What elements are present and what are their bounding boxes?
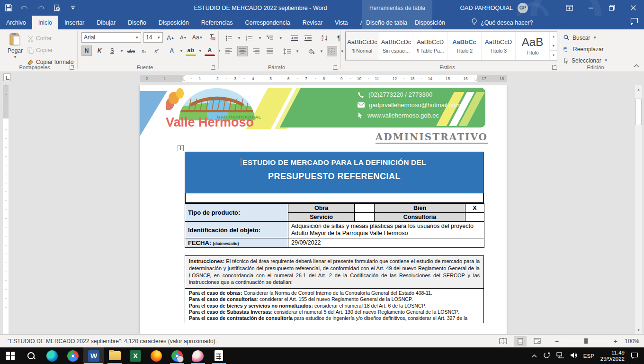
tab-archivo[interactable]: Archivo	[0, 16, 32, 29]
shading-dropdown-icon[interactable]: ▼	[320, 49, 323, 54]
paste-button[interactable]: Pegar ▼	[3, 29, 27, 67]
justify-button[interactable]	[265, 46, 275, 56]
horizontal-ruler[interactable]: 21123456789101112131415161718	[140, 75, 507, 82]
shrink-font-button[interactable]: A▼	[178, 32, 188, 43]
taskbar-chrome-profile[interactable]	[167, 347, 188, 364]
scrollbar-thumb[interactable]	[635, 99, 642, 125]
italic-button[interactable]: K	[94, 46, 105, 56]
right-indent-marker[interactable]	[475, 78, 480, 81]
collapse-ribbon-icon[interactable]	[634, 64, 639, 69]
grow-font-button[interactable]: A▲	[165, 32, 176, 43]
decrease-indent-button[interactable]	[289, 33, 300, 43]
change-case-button[interactable]: Aa▼	[191, 32, 204, 43]
style-table-paragraph[interactable]: AaBbCcD ¶ Table Pa...	[413, 32, 447, 60]
multilevel-dropdown-icon[interactable]: ▼	[279, 36, 283, 40]
taskbar-file-explorer[interactable]	[104, 347, 125, 364]
print-preview-icon[interactable]	[52, 3, 62, 13]
tab-dibujar[interactable]: Dibujar	[90, 16, 122, 29]
highlight-button[interactable]: ab	[186, 46, 196, 56]
servicio-checkbox-cell[interactable]	[355, 213, 375, 222]
styles-dialog-launcher-icon[interactable]	[552, 65, 557, 70]
restore-button[interactable]	[601, 0, 623, 16]
option-consultoria[interactable]: Consultoría	[375, 213, 465, 222]
document-page[interactable]: GAD PARROQUIAL Valle Hermoso (02)2773220…	[140, 85, 507, 334]
ribbon-display-options-icon[interactable]	[559, 0, 580, 16]
first-line-indent-marker[interactable]	[180, 75, 185, 78]
style-sin-espaciado[interactable]: AaBbCcDc Sin espaci...	[379, 32, 413, 60]
option-bien[interactable]: Bien	[375, 204, 465, 213]
language-indicator[interactable]: ESP	[583, 353, 594, 359]
align-right-button[interactable]	[251, 46, 261, 56]
zoom-in-icon[interactable]: +	[614, 337, 617, 345]
feedback-icon[interactable]	[630, 18, 638, 27]
option-servicio[interactable]: Servicio	[288, 213, 355, 222]
bullets-button[interactable]	[224, 33, 234, 43]
taskbar-clock[interactable]: 11:49 29/9/2022	[600, 350, 625, 362]
tell-me-box[interactable]: ¿Qué desea hacer?	[471, 16, 533, 29]
taskbar-word[interactable]: W	[83, 347, 104, 364]
font-size-combo[interactable]: 14▼	[143, 32, 163, 43]
clipboard-dialog-launcher-icon[interactable]	[70, 65, 74, 70]
zoom-slider-thumb[interactable]	[584, 338, 588, 344]
undo-icon[interactable]	[20, 3, 29, 13]
text-effects-button[interactable]: A	[167, 46, 177, 56]
style-titulo-3[interactable]: AaBbCcD Título 3	[482, 32, 516, 60]
zoom-level[interactable]: 100%	[622, 338, 639, 345]
style-normal[interactable]: AaBbCcDc ¶ Normal	[345, 32, 379, 60]
action-center-icon[interactable]	[631, 352, 638, 360]
date-value[interactable]: 29/09/2022	[288, 238, 484, 248]
print-layout-button[interactable]	[514, 336, 527, 346]
onedrive-sync-icon[interactable]	[543, 352, 550, 360]
bien-checkbox-cell[interactable]: X	[465, 204, 484, 213]
scroll-down-icon[interactable]: ▼	[635, 326, 642, 334]
shading-button[interactable]	[306, 46, 316, 56]
numbering-button[interactable]: 123	[244, 33, 255, 43]
select-button[interactable]: Seleccionar▼	[564, 55, 627, 65]
empty-table-row[interactable]	[185, 193, 484, 203]
font-dialog-launcher-icon[interactable]	[211, 65, 215, 70]
consultoria-checkbox-cell[interactable]	[465, 213, 484, 222]
tab-vista[interactable]: Vista	[329, 16, 354, 29]
tab-insertar[interactable]: Insertar	[58, 16, 90, 29]
account-area[interactable]: GAD PARROQUIAL GP	[460, 0, 528, 16]
tab-disposicion[interactable]: Disposición	[152, 16, 195, 29]
instructions-box[interactable]: Instrucciones: El técnico del área requi…	[185, 255, 484, 289]
tab-referencias[interactable]: Referencias	[195, 16, 239, 29]
vertical-ruler[interactable]	[3, 85, 9, 334]
word-count-status[interactable]: "ESTUDIO DE MERCADO 2022 septiembre": 4,…	[8, 338, 217, 345]
tab-diseno[interactable]: Diseño	[122, 16, 152, 29]
replace-button[interactable]: abac Reemplazar	[564, 44, 627, 54]
multilevel-list-button[interactable]	[265, 33, 276, 43]
line-spacing-dropdown-icon[interactable]: ▼	[295, 49, 299, 54]
increase-indent-button[interactable]	[303, 33, 313, 43]
tab-revisar[interactable]: Revisar	[296, 16, 329, 29]
form-title-box[interactable]: ESTUDIO DE MERCADO PARA LA DEFINICIÓN DE…	[185, 152, 484, 193]
tab-inicio[interactable]: Inicio	[32, 16, 58, 29]
strikethrough-button[interactable]: abc	[126, 46, 136, 56]
redo-icon[interactable]	[36, 3, 45, 13]
scroll-up-icon[interactable]: ▲	[635, 85, 642, 93]
volume-icon[interactable]	[570, 352, 577, 359]
highlight-dropdown-icon[interactable]: ▼	[198, 49, 202, 53]
object-value[interactable]: Adquisición de sillas y mesas plásticas …	[288, 222, 484, 238]
avatar[interactable]: GP	[518, 3, 528, 13]
styles-gallery-scrollbar[interactable]: ▲ ▼ ▼	[550, 32, 557, 60]
text-effects-dropdown-icon[interactable]: ▼	[179, 49, 183, 53]
cases-box[interactable]: Para el caso de obras: Considerar la Nor…	[185, 289, 484, 323]
paragraph-dialog-launcher-icon[interactable]	[333, 65, 338, 70]
font-family-combo[interactable]: Arial▼	[81, 32, 141, 43]
save-icon[interactable]	[4, 3, 13, 13]
taskbar-calculator[interactable]	[208, 347, 229, 364]
tab-disposicion-tabla[interactable]: Disposición	[411, 16, 449, 29]
underline-dropdown-icon[interactable]: ▼	[120, 49, 124, 53]
line-spacing-button[interactable]	[282, 46, 292, 56]
font-color-button[interactable]: A	[205, 46, 215, 56]
close-button[interactable]	[623, 0, 644, 16]
zoom-slider[interactable]: − +	[555, 337, 617, 345]
tab-selector[interactable]	[3, 73, 11, 81]
minimize-button[interactable]	[580, 0, 601, 16]
zoom-out-icon[interactable]: −	[555, 337, 559, 345]
start-button[interactable]	[0, 347, 21, 364]
style-titulo-2[interactable]: AaBbCc Título 2	[447, 32, 482, 60]
tab-correspondencia[interactable]: Correspondencia	[239, 16, 296, 29]
